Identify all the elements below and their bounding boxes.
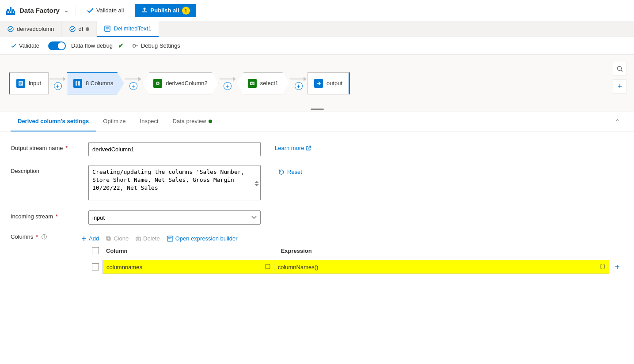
svg-rect-7	[142, 11, 147, 12]
tab-derivedcolumn[interactable]: derivedcolumn	[0, 21, 62, 37]
row-add-button[interactable]: +	[611, 261, 623, 273]
incoming-stream-select[interactable]: input	[88, 210, 261, 225]
columns-divider	[88, 256, 623, 256]
settings-tab-inspect[interactable]: Inspect	[133, 112, 166, 131]
tab-label-df: df	[79, 26, 84, 32]
settings-tab-optimize[interactable]: Optimize	[96, 112, 133, 131]
column-type-icon	[265, 264, 270, 270]
tab-df[interactable]: df	[62, 21, 97, 37]
connector-line-4	[290, 79, 304, 79]
node-output[interactable]: output	[308, 72, 350, 94]
canvas-search-button[interactable]	[613, 62, 627, 76]
add-after-select-button[interactable]: +	[295, 82, 303, 90]
learn-more-label: Learn more	[275, 145, 304, 151]
description-textarea[interactable]: Creating/updating the columns 'Sales Num…	[88, 165, 261, 200]
source-icon	[16, 79, 25, 88]
node-8columns[interactable]: 8 Columns	[67, 72, 124, 94]
columns-section: Columns * ⓘ Add Clone	[0, 233, 634, 285]
data-preview-dot	[209, 120, 212, 123]
output-node-box[interactable]: output	[308, 72, 350, 94]
table-row: columnnames columnNames() +	[88, 260, 623, 274]
svg-rect-2	[10, 7, 11, 11]
search-icon	[616, 65, 623, 72]
connector-line-3	[220, 79, 233, 79]
clone-button[interactable]: Clone	[106, 233, 129, 244]
add-after-derive-button[interactable]: +	[224, 82, 232, 90]
top-bar: Data Factory ⌄ Validate all Publish all …	[0, 0, 634, 21]
delete-icon	[136, 236, 141, 241]
select1-node-box[interactable]: select1	[237, 72, 289, 94]
output-stream-input[interactable]	[88, 142, 261, 156]
tab-dot-df	[86, 27, 89, 31]
row-checkbox[interactable]	[92, 263, 99, 270]
svg-rect-6	[13, 11, 14, 13]
derivedcolumn2-node-box[interactable]: derivedColumn2	[142, 72, 219, 94]
canvas-add-button[interactable]: +	[613, 79, 627, 94]
output-icon	[314, 79, 323, 88]
column-name-value: columnnames	[106, 264, 142, 270]
expression-header: Expression	[277, 248, 623, 254]
collapse-handle[interactable]	[311, 109, 324, 110]
external-link-icon	[306, 146, 311, 151]
node-derivedcolumn2[interactable]: derivedColumn2	[142, 72, 219, 94]
separator	[76, 5, 76, 16]
debug-check-icon: ✔	[118, 41, 124, 50]
form-body: Output stream name * Learn more Descript…	[0, 131, 634, 225]
arrow-head-3	[233, 77, 236, 81]
check-icon	[11, 43, 17, 49]
delete-label: Delete	[143, 235, 160, 242]
open-expression-builder-button[interactable]: Open expression builder	[167, 233, 238, 244]
pipeline-canvas: input + 8 Columns	[0, 55, 634, 112]
header-check-area	[88, 247, 103, 254]
learn-more-link[interactable]: Learn more	[275, 142, 311, 151]
clone-label: Clone	[114, 235, 129, 242]
required-marker-3: *	[36, 233, 38, 240]
publish-all-label: Publish all	[151, 7, 179, 14]
tab-delimitedtext1[interactable]: DelimitedText1	[97, 21, 159, 37]
publish-all-button[interactable]: Publish all 1	[135, 4, 196, 17]
output-node-label: output	[326, 80, 342, 86]
validate-all-button[interactable]: Validate all	[83, 5, 128, 16]
svg-rect-1	[7, 9, 9, 11]
node-select1[interactable]: select1	[237, 72, 289, 94]
tabs-bar: derivedcolumn df DelimitedText1	[0, 21, 634, 37]
node-input[interactable]: input	[9, 72, 49, 94]
toggle-thumb	[58, 42, 65, 49]
settings-collapse-button[interactable]: ⌃	[611, 118, 623, 125]
validate-button[interactable]: Validate	[7, 41, 43, 51]
add-column-button[interactable]: Add	[81, 233, 99, 244]
delete-button[interactable]: Delete	[136, 233, 160, 244]
brand-label: Data Factory	[19, 7, 60, 14]
settings-tab-datapreview[interactable]: Data preview	[166, 112, 220, 131]
expression-cell[interactable]: columnNames()	[274, 260, 609, 274]
arrow-head	[63, 77, 66, 81]
add-after-columns-button[interactable]: +	[129, 82, 137, 90]
column-name-cell[interactable]: columnnames	[103, 260, 274, 274]
settings-tab-settings[interactable]: Derived column's settings	[11, 112, 96, 131]
add-icon	[81, 236, 87, 241]
debug-settings-button[interactable]: Debug Settings	[129, 41, 184, 51]
column-header: Column	[103, 248, 277, 254]
settings-panel: Derived column's settings Optimize Inspe…	[0, 112, 634, 285]
tab-label-derivedcolumn: derivedcolumn	[17, 26, 54, 32]
columns-node-label: 8 Columns	[86, 80, 113, 86]
derive-icon	[153, 79, 162, 88]
svg-rect-3	[12, 9, 14, 11]
svg-rect-20	[78, 81, 80, 86]
optimize-tab-label: Optimize	[103, 118, 125, 124]
debug-toggle[interactable]	[48, 41, 66, 50]
required-marker: *	[65, 145, 68, 151]
reset-button[interactable]: Reset	[275, 167, 306, 177]
columns-node-box[interactable]: 8 Columns	[67, 72, 124, 94]
incoming-stream-label: Incoming stream *	[11, 210, 81, 220]
tab-icon-delimitedtext1	[104, 25, 111, 32]
factory-icon	[5, 5, 16, 16]
add-after-input-button[interactable]: +	[54, 82, 62, 90]
validate-label: Validate	[19, 42, 39, 49]
debug-settings-label: Debug Settings	[141, 42, 180, 49]
connector-line-2	[125, 79, 138, 79]
input-node-box[interactable]: input	[9, 72, 49, 94]
select-all-checkbox[interactable]	[92, 247, 99, 254]
arrow-head-2	[138, 77, 141, 81]
brand-chevron-icon: ⌄	[64, 8, 68, 14]
